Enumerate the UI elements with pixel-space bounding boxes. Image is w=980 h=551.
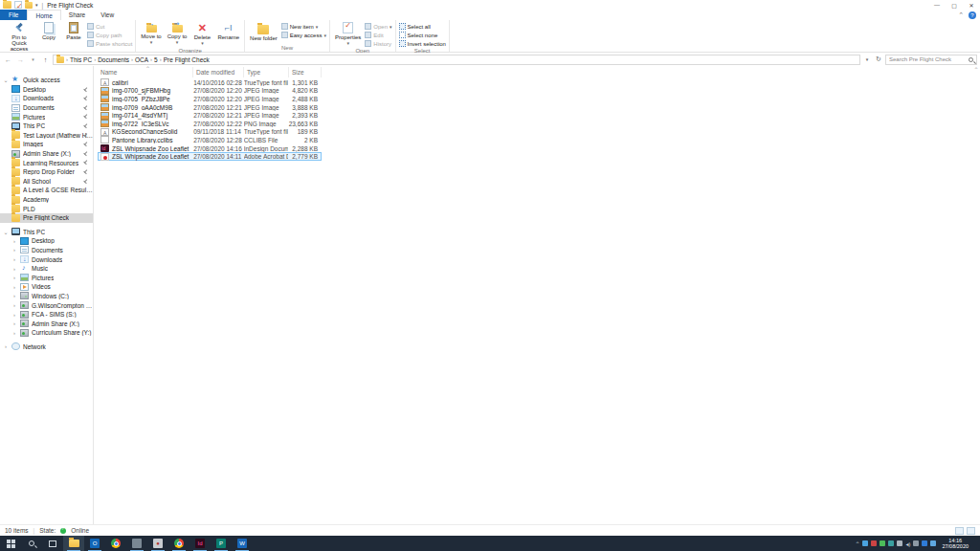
refresh-icon[interactable]: ↻ [874, 55, 883, 63]
collapse-ribbon-icon[interactable]: ⌃ [958, 11, 964, 19]
copy-to-button[interactable]: ⇒ Copy to ▾ [166, 21, 189, 46]
file-row[interactable]: img-0700_sjFBMHbg 27/08/2020 12:20 JPEG … [98, 87, 322, 96]
new-item-button[interactable]: New item ▾ [281, 23, 326, 30]
taskbar-quick-assist[interactable]: ● [147, 536, 168, 551]
qat-customize-dropdown-icon[interactable]: ▾ [35, 2, 38, 8]
edit-button[interactable]: Edit [365, 32, 391, 38]
sidebar-item-admin-share-x[interactable]: ›Admin Share (X:) [0, 319, 93, 328]
hidden-icons-chevron-icon[interactable]: ⌃ [855, 540, 859, 547]
sidebar-section-this-pc[interactable]: ⌄ This PC [0, 228, 93, 237]
rename-button[interactable]: ⌐I Rename [215, 21, 241, 41]
file-row[interactable]: img-0709_oAA0cM9B 27/08/2020 12:21 JPEG … [98, 103, 322, 112]
sidebar-item-documents[interactable]: Documents [0, 103, 93, 113]
pin-to-quick-access-button[interactable]: Pin to Quick access [3, 21, 35, 53]
breadcrumb-oca[interactable]: OCA [135, 56, 148, 63]
sidebar-section-network[interactable]: › Network [0, 342, 93, 352]
easy-access-button[interactable]: Easy access ▾ [281, 32, 326, 38]
breadcrumb-pre-flight-check[interactable]: Pre Flight Check [164, 56, 210, 63]
ime-icon[interactable] [913, 540, 919, 546]
taskbar-indesign[interactable]: Id [189, 536, 211, 551]
file-row[interactable]: calibri 14/10/2016 02:28 TrueType font f… [98, 78, 322, 87]
help-icon[interactable]: ? [969, 11, 976, 19]
taskbar-publisher[interactable]: P [211, 536, 232, 551]
chevron-down-icon[interactable]: ⌄ [3, 229, 9, 235]
delete-button[interactable]: ✕ Delete ▾ [190, 21, 213, 47]
qat-properties-icon[interactable] [14, 1, 22, 9]
taskbar-file-explorer[interactable] [63, 536, 84, 551]
column-header-size[interactable]: Size [289, 67, 322, 77]
tab-share[interactable]: Share [61, 10, 93, 20]
file-row-selected[interactable]: ZSL Whipsnade Zoo Leaflet 27/08/2020 14:… [98, 152, 322, 161]
cut-button[interactable]: Cut [87, 23, 132, 30]
breadcrumb-documents[interactable]: Documents [98, 56, 129, 63]
sidebar-item-pictures[interactable]: Pictures [0, 112, 93, 121]
taskbar-clock[interactable]: 14:16 27/08/2020 [939, 538, 971, 549]
file-row[interactable]: KGSecondChanceSolid 09/11/2018 11:14 Tru… [98, 128, 322, 137]
details-view-button[interactable] [955, 527, 964, 535]
select-none-button[interactable]: Select none [399, 32, 446, 38]
file-row[interactable]: img-0722_IC3eSLVc 27/08/2020 12:22 PNG I… [98, 120, 322, 128]
sidebar-item-gwilsoncrompton[interactable]: ›G.WilsonCrompton (\\FC-SRV-FCDC [0, 300, 93, 310]
sidebar-item-windows-c[interactable]: ›Windows (C:) [0, 292, 93, 301]
column-header-date-modified[interactable]: Date modified [193, 67, 244, 77]
file-row[interactable]: img-0714_4tsdYMTj 27/08/2020 12:21 JPEG … [98, 111, 322, 120]
sidebar-item-curriculum-share-y[interactable]: ›Curriculum Share (Y:) [0, 328, 93, 338]
paste-shortcut-button[interactable]: Paste shortcut [87, 40, 132, 47]
open-button[interactable]: Open ▾ [365, 23, 391, 30]
breadcrumb-this-pc[interactable]: This PC [70, 56, 92, 63]
defender-shield-icon[interactable] [862, 540, 868, 546]
sidebar-item-pc-desktop[interactable]: ›Desktop [0, 236, 93, 246]
taskbar-search-button[interactable] [21, 536, 42, 551]
chevron-down-icon[interactable]: ⌄ [3, 77, 9, 83]
properties-button[interactable]: Properties ▾ [333, 21, 363, 47]
taskbar-photos[interactable] [126, 536, 147, 551]
address-field[interactable]: › This PC › Documents › OCA › 5 › Pre Fl… [53, 55, 860, 65]
sidebar-item-pc-pictures[interactable]: ›Pictures [0, 273, 93, 282]
network-icon[interactable] [930, 540, 936, 546]
task-view-button[interactable] [42, 536, 63, 551]
up-icon[interactable]: ↑ [40, 56, 51, 63]
vertical-scrollbar[interactable]: ⌃ [972, 66, 980, 524]
sidebar-section-quick-access[interactable]: ⌄ Quick access [0, 76, 93, 85]
large-icons-view-button[interactable] [967, 527, 975, 535]
file-tab[interactable]: File [0, 10, 27, 20]
invert-selection-button[interactable]: Invert selection [399, 40, 446, 47]
taskbar-word[interactable]: W [232, 536, 253, 551]
sidebar-item-desktop[interactable]: Desktop [0, 85, 93, 95]
copy-button[interactable]: Copy [37, 21, 60, 41]
sidebar-item-pc-documents[interactable]: ›Documents [0, 246, 93, 255]
sidebar-item-downloads[interactable]: Downloads [0, 94, 93, 103]
file-row[interactable]: ZSL Whipsnade Zoo Leaflet 27/08/2020 14:… [98, 144, 322, 153]
tab-home[interactable]: Home [27, 10, 60, 20]
search-box[interactable] [885, 55, 977, 65]
sidebar-item-images[interactable]: Images [0, 140, 93, 149]
copy-path-button[interactable]: Copy path [87, 32, 132, 38]
chevron-right-icon[interactable]: › [3, 343, 9, 349]
forward-icon[interactable]: → [15, 56, 26, 63]
search-icon[interactable] [969, 57, 973, 62]
sidebar-item-pc-music[interactable]: ›Music [0, 264, 93, 274]
start-button[interactable] [0, 536, 21, 551]
new-folder-button[interactable]: New folder [248, 21, 279, 42]
history-button[interactable]: History [365, 40, 391, 47]
search-input[interactable] [889, 56, 967, 62]
recent-locations-dropdown-icon[interactable]: ▾ [28, 56, 38, 62]
sync-icon[interactable] [871, 540, 877, 546]
paste-button[interactable]: Paste [62, 21, 85, 41]
sidebar-item-pre-flight-check[interactable]: Pre Flight Check [0, 213, 93, 223]
file-row[interactable]: Pantone Library.cclibs 27/08/2020 12:28 … [98, 136, 322, 144]
tab-view[interactable]: View [93, 10, 122, 20]
sidebar-item-pc-videos[interactable]: ›Videos [0, 282, 93, 292]
back-icon[interactable]: ← [3, 56, 13, 63]
breadcrumb-5[interactable]: 5 [154, 56, 158, 63]
qat-new-folder-icon[interactable] [25, 2, 33, 9]
sidebar-item-pc-downloads[interactable]: ›Downloads [0, 254, 93, 264]
display-icon[interactable] [897, 540, 902, 546]
select-all-button[interactable]: Select all [399, 23, 446, 30]
taskbar-chrome[interactable] [105, 536, 126, 551]
file-row[interactable]: img-0705_PZbzJ8Pe 27/08/2020 12:20 JPEG … [98, 95, 322, 103]
taskbar-chrome-profile[interactable] [168, 536, 189, 551]
battery-icon[interactable] [880, 540, 885, 546]
volume-icon[interactable]: ◂) [905, 540, 910, 547]
close-button[interactable]: ✕ [963, 0, 980, 10]
